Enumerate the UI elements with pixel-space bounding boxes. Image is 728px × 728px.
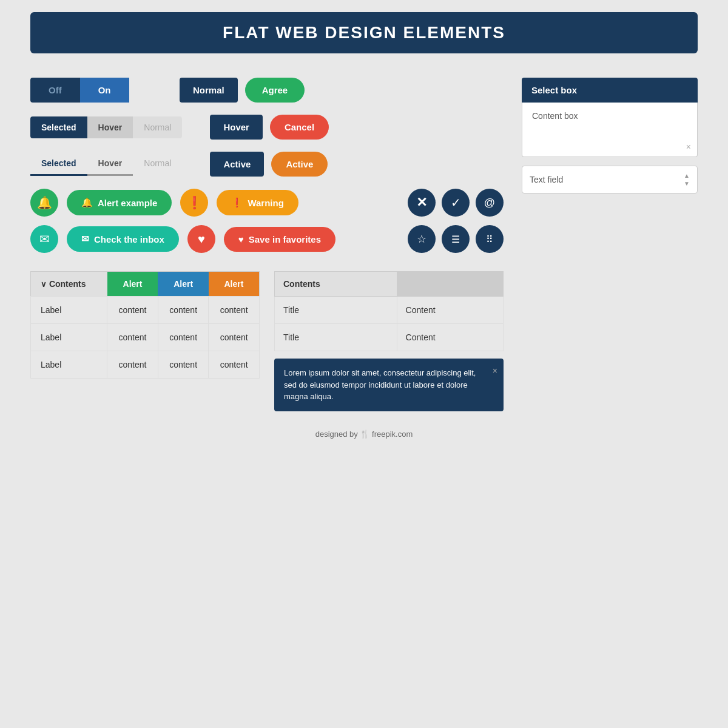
alert-example-button[interactable]: 🔔 Alert example [67, 190, 172, 215]
warning-icon-yellow[interactable]: ❗ [180, 189, 208, 217]
table-row: Title Content [275, 324, 504, 351]
check-inbox-button[interactable]: ✉ Check the inbox [67, 226, 179, 252]
star-icon-circle[interactable]: ☆ [408, 225, 436, 253]
tab-hover-under[interactable]: Hover [87, 152, 133, 176]
table2-header1: Contents [275, 272, 397, 297]
tooltip-box: Lorem ipsum dolor sit amet, consectetur … [274, 359, 504, 411]
row1-c2: content [158, 297, 209, 324]
envelope-icon-small: ✉ [81, 234, 89, 244]
table-row: Title Content [275, 297, 504, 324]
arrow-down-icon[interactable]: ▼ [684, 180, 690, 187]
row2-label: Label [31, 324, 107, 351]
row2-c1: content [107, 324, 158, 351]
table-row: Label content content content [31, 297, 260, 324]
toggle-switch[interactable]: Off On [30, 78, 152, 103]
envelope-icon-teal[interactable]: ✉ [30, 225, 58, 253]
close-icon-circle[interactable]: ✕ [408, 189, 436, 217]
table1-header-green: Alert [107, 272, 158, 297]
table-left: ∨ Contents Alert Alert Alert Label [30, 271, 260, 411]
table2-row2-content: Content [397, 324, 503, 351]
text-field-label: Text field [530, 175, 563, 184]
row3-c3: content [209, 351, 260, 379]
warning-button[interactable]: ❗ Warning [217, 190, 298, 215]
tab-normal-under[interactable]: Normal [133, 152, 182, 176]
bell-icon-green[interactable]: 🔔 [30, 189, 58, 217]
bell-icon-small: 🔔 [81, 197, 93, 208]
select-box-label: Select box [522, 78, 698, 103]
table2-row1-content: Content [397, 297, 503, 324]
row3-label: Label [31, 351, 107, 379]
table2-header2 [397, 272, 503, 297]
row3-c2: content [158, 351, 209, 379]
tooltip-text: Lorem ipsum dolor sit amet, consectetur … [284, 368, 476, 401]
select-box-container: Select box Content box × [522, 78, 698, 157]
filled-tabs: Selected Hover Normal [30, 116, 182, 138]
text-field-arrows[interactable]: ▲ ▼ [684, 172, 690, 187]
heart-icon-red[interactable]: ♥ [187, 225, 215, 253]
table1-header-label: ∨ Contents [31, 272, 107, 297]
table1-header-orange: Alert [209, 272, 260, 297]
table1-header-blue: Alert [158, 272, 209, 297]
tab-normal-filled[interactable]: Normal [133, 116, 182, 138]
toggle-off-button[interactable]: Off [30, 78, 80, 103]
title-bar: FLAT WEB DESIGN ELEMENTS [30, 12, 698, 53]
table-right: Contents Title Content Title Cont [274, 271, 504, 411]
row3-c1: content [107, 351, 158, 379]
warning-icon-small: ❗ [231, 197, 243, 208]
table2-row1-title: Title [275, 297, 397, 324]
tab-hover-filled[interactable]: Hover [87, 116, 133, 138]
tooltip-close-icon[interactable]: × [493, 365, 497, 377]
footer: designed by 🍴 freepik.com [30, 430, 698, 439]
chevron-down-icon: ∨ [41, 280, 47, 289]
table-row: Label content content content [31, 351, 260, 379]
grid-icon-circle[interactable]: ⠿ [476, 225, 504, 253]
content-box-close-icon[interactable]: × [686, 142, 691, 152]
heart-icon-small: ♥ [238, 234, 244, 244]
content-box-text: Content box [532, 111, 578, 121]
hover-button[interactable]: Hover [210, 115, 263, 140]
at-icon-circle[interactable]: @ [476, 189, 504, 217]
row1-label: Label [31, 297, 107, 324]
page-title: FLAT WEB DESIGN ELEMENTS [49, 23, 679, 42]
tab-selected-under[interactable]: Selected [30, 152, 87, 176]
footer-text: designed by 🍴 freepik.com [315, 430, 413, 439]
toggle-on-button[interactable]: On [80, 78, 129, 103]
table2-row2-title: Title [275, 324, 397, 351]
row2-c2: content [158, 324, 209, 351]
table-row: Label content content content [31, 324, 260, 351]
active-orange-button[interactable]: Active [271, 152, 328, 177]
content-box[interactable]: Content box × [522, 103, 698, 157]
text-field-container[interactable]: Text field ▲ ▼ [522, 166, 698, 194]
save-favorites-button[interactable]: ♥ Save in favorites [224, 227, 335, 252]
tab-selected-filled[interactable]: Selected [30, 116, 87, 138]
row1-c1: content [107, 297, 158, 324]
cancel-button[interactable]: Cancel [270, 115, 329, 140]
arrow-up-icon[interactable]: ▲ [684, 172, 690, 179]
row1-c3: content [209, 297, 260, 324]
normal-button[interactable]: Normal [180, 78, 238, 103]
underline-tabs: Selected Hover Normal [30, 152, 182, 176]
row2-c3: content [209, 324, 260, 351]
checkmark-icon-circle[interactable]: ✓ [442, 189, 470, 217]
menu-icon-circle[interactable]: ☰ [442, 225, 470, 253]
active-blue-button[interactable]: Active [210, 152, 264, 177]
agree-button[interactable]: Agree [245, 78, 305, 103]
